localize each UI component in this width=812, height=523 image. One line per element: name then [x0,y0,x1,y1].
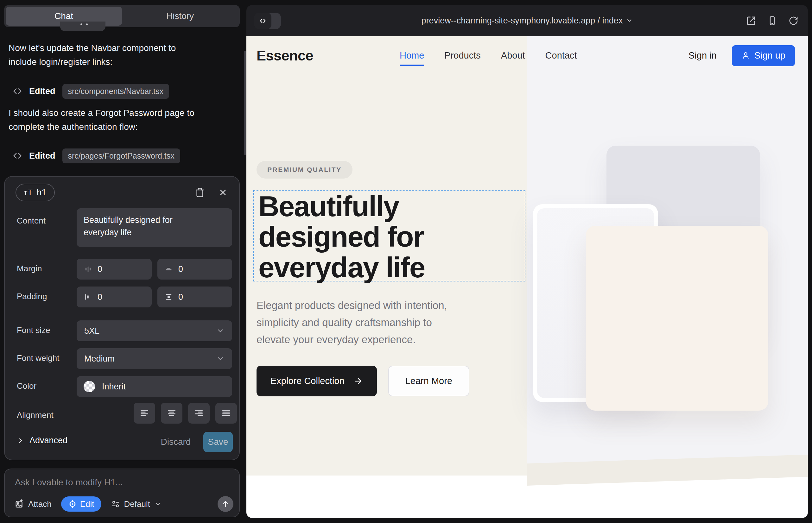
content-input[interactable]: Beautifully designed for everyday life [77,208,232,247]
trash-icon[interactable] [195,187,205,198]
chat-history-tabs: Chat History [4,5,240,27]
chat-scrollbar[interactable] [244,51,246,155]
align-justify-button[interactable] [215,403,237,423]
margin-vertical-icon [164,265,173,273]
discard-button[interactable]: Discard [157,437,195,447]
tab-history[interactable]: History [122,7,238,26]
hero-section: Essence Home Products About Contact Sign… [246,36,808,475]
font-weight-label: Font weight [17,353,59,363]
font-size-select[interactable]: 5XL [77,320,232,341]
sign-up-button[interactable]: Sign up [732,45,795,66]
margin-y-input[interactable]: 0 [157,259,232,279]
edited-file-row: Edited src/pages/ForgotPassword.tsx [13,147,180,164]
chat-composer[interactable]: Ask Lovable to modify H1... Attach Edit … [4,469,240,517]
clipped-file-chip [60,21,105,31]
padding-horizontal-icon [84,292,92,301]
composer-placeholder[interactable]: Ask Lovable to modify H1... [15,477,123,488]
premium-quality-badge: PREMIUM QUALITY [257,161,352,179]
hero-diagonal-decor [527,455,808,486]
alignment-label: Alignment [17,410,54,420]
arrow-up-icon [221,500,230,508]
margin-label: Margin [17,264,42,273]
preview-toolbar: preview--charming-site-symphony.lovable.… [246,5,808,36]
chevron-down-icon [216,327,225,335]
selected-tag-name: h1 [37,187,47,198]
assistant-message: I should also create a Forgot Password p… [8,106,238,134]
edited-label: Edited [29,86,55,96]
send-button[interactable] [217,496,233,512]
sliders-icon [111,499,120,509]
nav-link-about[interactable]: About [501,50,525,61]
crosshair-icon [68,500,77,508]
transparency-swatch-icon [84,381,95,392]
nav-link-contact[interactable]: Contact [545,50,577,61]
image-plus-icon [15,499,24,509]
padding-y-input[interactable]: 0 [157,287,232,307]
arrow-right-icon [353,376,363,386]
content-label: Content [17,216,46,226]
edited-file-row: Edited src/components/Navbar.tsx [13,83,169,100]
preview-window: preview--charming-site-symphony.lovable.… [246,5,808,518]
assistant-message: Now let's update the Navbar component to… [8,41,238,69]
edit-mode-button[interactable]: Edit [61,497,101,511]
site-logo[interactable]: Essence [257,48,313,64]
site-page: Essence Home Products About Contact Sign… [246,36,808,518]
nav-link-home[interactable]: Home [400,50,424,61]
align-left-button[interactable] [134,403,155,423]
user-icon [741,51,750,60]
chevron-down-icon [216,355,225,363]
padding-vertical-icon [164,292,173,301]
mobile-view-icon[interactable] [767,16,777,26]
chevron-down-icon [154,500,161,508]
chevron-down-icon [626,17,633,24]
learn-more-button[interactable]: Learn More [388,366,469,396]
file-chip[interactable]: src/pages/ForgotPassword.tsx [63,148,180,163]
default-mode-select[interactable]: Default [111,499,161,509]
code-icon [13,151,22,161]
align-right-button[interactable] [188,403,210,423]
hero-heading[interactable]: Beautifully designed for everyday life [259,191,425,283]
padding-label: Padding [17,292,47,301]
advanced-toggle[interactable]: Advanced [17,436,68,446]
file-chip[interactable]: src/components/Navbar.tsx [63,84,170,99]
save-button[interactable]: Save [203,432,233,452]
font-weight-select[interactable]: Medium [77,348,232,369]
font-size-label: Font size [17,325,50,335]
margin-horizontal-icon [84,265,92,273]
edited-label: Edited [29,151,55,161]
attach-button[interactable]: Attach [15,499,52,509]
refresh-icon[interactable] [789,16,798,26]
close-icon[interactable] [218,188,228,197]
explore-collection-button[interactable]: Explore Collection [257,366,377,396]
nav-link-products[interactable]: Products [444,50,480,61]
sign-in-link[interactable]: Sign in [688,50,717,61]
chevron-right-icon [17,437,24,445]
editor-header: тT h1 [5,177,239,208]
element-editor-panel: тT h1 Content Beautifully designed for e… [4,176,240,460]
color-label: Color [17,381,36,391]
site-navbar: Essence Home Products About Contact Sign… [246,36,808,75]
open-external-icon[interactable] [746,16,756,26]
padding-x-input[interactable]: 0 [77,287,152,307]
code-icon [13,86,22,96]
typography-icon: тT [24,188,33,197]
align-center-button[interactable] [161,403,182,423]
chat-sidebar: Chat History Now let's update the Navbar… [0,0,246,523]
decor-card-cream [586,226,768,411]
margin-x-input[interactable]: 0 [77,259,152,279]
selected-element-outline[interactable]: Beautifully designed for everyday life [253,190,525,282]
hero-description: Elegant products designed with intention… [257,297,447,348]
color-select[interactable]: Inherit [77,376,232,397]
selected-tag-pill: тT h1 [16,184,55,201]
url-breadcrumb[interactable]: preview--charming-site-symphony.lovable.… [246,5,808,36]
